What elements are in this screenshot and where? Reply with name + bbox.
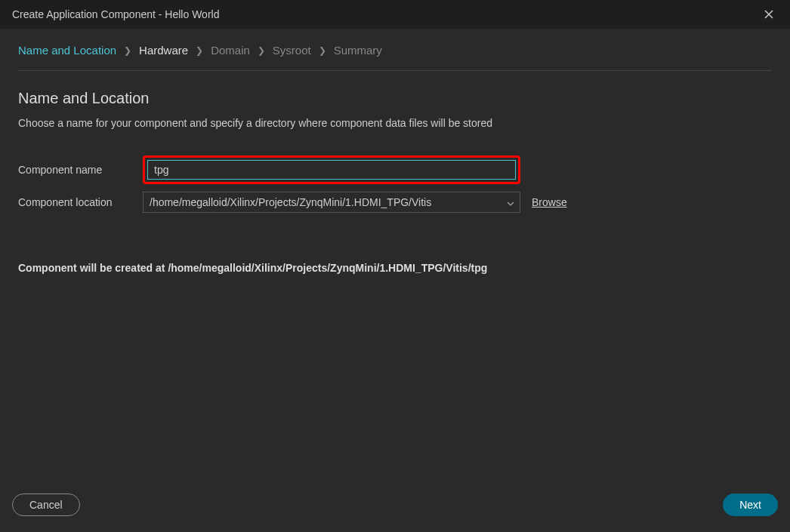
breadcrumb-domain[interactable]: Domain — [211, 44, 250, 57]
breadcrumb-summary[interactable]: Summary — [334, 44, 382, 57]
component-location-select[interactable]: /home/megalloid/Xilinx/Projects/ZynqMini… — [143, 192, 520, 213]
window-title: Create Application Component - Hello Wor… — [12, 8, 219, 20]
breadcrumb: Name and Location ❯ Hardware ❯ Domain ❯ … — [18, 44, 772, 71]
close-icon — [764, 9, 774, 20]
chevron-right-icon: ❯ — [319, 45, 326, 56]
close-button[interactable] — [760, 5, 778, 23]
name-input-highlight — [143, 155, 520, 184]
breadcrumb-name-location[interactable]: Name and Location — [18, 44, 116, 57]
location-select-wrapper: /home/megalloid/Xilinx/Projects/ZynqMini… — [143, 192, 520, 213]
created-at-text: Component will be created at /home/megal… — [18, 262, 772, 274]
browse-link[interactable]: Browse — [532, 196, 567, 208]
chevron-right-icon: ❯ — [258, 45, 265, 56]
chevron-right-icon: ❯ — [196, 45, 203, 56]
component-name-input[interactable] — [147, 160, 516, 180]
content-area: Name and Location ❯ Hardware ❯ Domain ❯ … — [0, 29, 790, 487]
breadcrumb-sysroot[interactable]: Sysroot — [273, 44, 311, 57]
section-subtitle: Choose a name for your component and spe… — [18, 117, 772, 129]
section-title: Name and Location — [18, 90, 772, 107]
next-button[interactable]: Next — [723, 494, 778, 516]
location-row: Component location /home/megalloid/Xilin… — [18, 192, 772, 213]
chevron-right-icon: ❯ — [124, 45, 131, 56]
form-area: Component name Component location /home/… — [18, 155, 772, 220]
location-value: /home/megalloid/Xilinx/Projects/ZynqMini… — [150, 196, 431, 208]
created-at-path: /home/megalloid/Xilinx/Projects/ZynqMini… — [168, 262, 487, 274]
titlebar: Create Application Component - Hello Wor… — [0, 0, 790, 29]
name-row: Component name — [18, 155, 772, 184]
footer: Cancel Next — [0, 487, 790, 532]
component-name-label: Component name — [18, 164, 143, 176]
breadcrumb-hardware[interactable]: Hardware — [139, 44, 188, 57]
cancel-button[interactable]: Cancel — [12, 494, 80, 516]
created-at-label: Component will be created at — [18, 262, 168, 274]
component-location-label: Component location — [18, 196, 143, 208]
